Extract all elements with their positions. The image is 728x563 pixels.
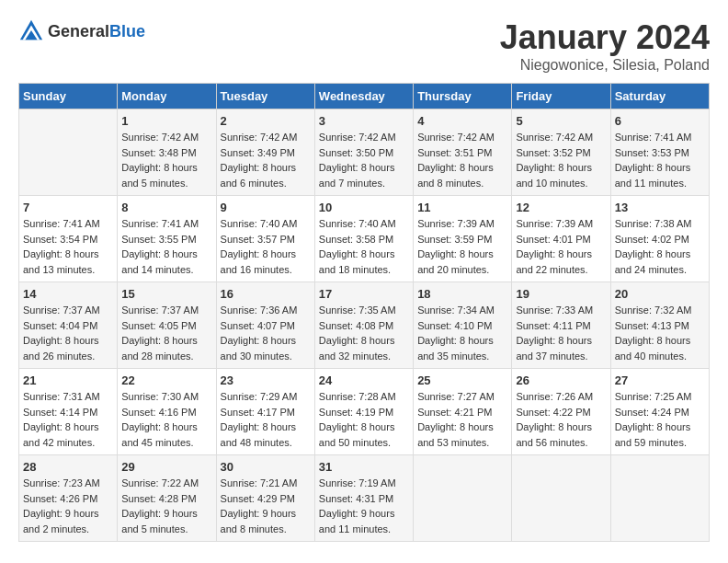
daylight-text: Daylight: 9 hours and 5 minutes. xyxy=(121,506,211,536)
day-info: Sunrise: 7:19 AMSunset: 4:31 PMDaylight:… xyxy=(319,476,409,536)
sunrise-text: Sunrise: 7:35 AM xyxy=(319,303,409,318)
day-number: 14 xyxy=(23,287,113,301)
daylight-text: Daylight: 8 hours and 20 minutes. xyxy=(417,247,507,277)
calendar-cell: 31Sunrise: 7:19 AMSunset: 4:31 PMDayligh… xyxy=(314,455,413,542)
month-title: January 2024 xyxy=(500,18,710,57)
calendar-cell: 15Sunrise: 7:37 AMSunset: 4:05 PMDayligh… xyxy=(118,282,216,369)
sunrise-text: Sunrise: 7:40 AM xyxy=(221,216,311,232)
daylight-text: Daylight: 8 hours and 6 minutes. xyxy=(221,160,311,190)
logo-blue-text: Blue xyxy=(109,22,145,40)
sunset-text: Sunset: 4:07 PM xyxy=(221,318,311,334)
sunrise-text: Sunrise: 7:42 AM xyxy=(319,130,409,145)
calendar-cell: 27Sunrise: 7:25 AMSunset: 4:24 PMDayligh… xyxy=(610,369,709,455)
page-header: GeneralBlue January 2024 Niegowonice, Si… xyxy=(18,18,710,74)
sunset-text: Sunset: 4:13 PM xyxy=(615,318,705,334)
day-info: Sunrise: 7:23 AMSunset: 4:26 PMDaylight:… xyxy=(23,476,113,536)
day-number: 18 xyxy=(417,287,507,301)
sunset-text: Sunset: 3:48 PM xyxy=(121,145,211,161)
day-info: Sunrise: 7:25 AMSunset: 4:24 PMDaylight:… xyxy=(615,389,705,450)
sunset-text: Sunset: 4:22 PM xyxy=(516,405,606,420)
sunset-text: Sunset: 4:24 PM xyxy=(615,405,705,420)
calendar-week-row: 7Sunrise: 7:41 AMSunset: 3:54 PMDaylight… xyxy=(19,196,710,282)
calendar-cell: 3Sunrise: 7:42 AMSunset: 3:50 PMDaylight… xyxy=(314,109,413,196)
day-info: Sunrise: 7:42 AMSunset: 3:49 PMDaylight:… xyxy=(221,130,311,190)
day-info: Sunrise: 7:21 AMSunset: 4:29 PMDaylight:… xyxy=(221,476,311,536)
daylight-text: Daylight: 8 hours and 53 minutes. xyxy=(417,419,507,450)
sunset-text: Sunset: 4:02 PM xyxy=(615,232,705,247)
daylight-text: Daylight: 8 hours and 5 minutes. xyxy=(121,160,211,190)
sunset-text: Sunset: 4:05 PM xyxy=(121,318,211,334)
sunrise-text: Sunrise: 7:28 AM xyxy=(319,389,409,405)
sunset-text: Sunset: 4:29 PM xyxy=(221,491,311,507)
calendar-cell xyxy=(610,455,709,542)
sunset-text: Sunset: 4:04 PM xyxy=(23,318,113,334)
day-info: Sunrise: 7:35 AMSunset: 4:08 PMDaylight:… xyxy=(319,303,409,363)
day-header-wednesday: Wednesday xyxy=(314,84,413,109)
day-info: Sunrise: 7:36 AMSunset: 4:07 PMDaylight:… xyxy=(221,303,311,363)
day-header-sunday: Sunday xyxy=(19,84,118,109)
daylight-text: Daylight: 8 hours and 28 minutes. xyxy=(121,333,211,363)
daylight-text: Daylight: 8 hours and 30 minutes. xyxy=(221,333,311,363)
calendar-cell: 6Sunrise: 7:41 AMSunset: 3:53 PMDaylight… xyxy=(610,109,709,196)
day-info: Sunrise: 7:38 AMSunset: 4:02 PMDaylight:… xyxy=(615,216,705,277)
daylight-text: Daylight: 9 hours and 2 minutes. xyxy=(23,506,113,536)
calendar-cell xyxy=(19,109,118,196)
day-number: 6 xyxy=(615,114,705,128)
sunset-text: Sunset: 4:28 PM xyxy=(121,491,211,507)
day-number: 16 xyxy=(221,287,311,301)
day-info: Sunrise: 7:26 AMSunset: 4:22 PMDaylight:… xyxy=(516,389,606,450)
sunset-text: Sunset: 4:11 PM xyxy=(516,318,606,334)
calendar-week-row: 28Sunrise: 7:23 AMSunset: 4:26 PMDayligh… xyxy=(19,455,710,542)
sunset-text: Sunset: 4:16 PM xyxy=(121,405,211,420)
day-info: Sunrise: 7:42 AMSunset: 3:50 PMDaylight:… xyxy=(319,130,409,190)
calendar-cell xyxy=(512,455,610,542)
sunrise-text: Sunrise: 7:42 AM xyxy=(516,130,606,145)
day-number: 8 xyxy=(121,201,211,214)
day-number: 17 xyxy=(319,287,409,301)
daylight-text: Daylight: 8 hours and 40 minutes. xyxy=(615,333,705,363)
day-info: Sunrise: 7:37 AMSunset: 4:05 PMDaylight:… xyxy=(121,303,211,363)
day-info: Sunrise: 7:42 AMSunset: 3:52 PMDaylight:… xyxy=(516,130,606,190)
sunrise-text: Sunrise: 7:26 AM xyxy=(516,389,606,405)
daylight-text: Daylight: 8 hours and 10 minutes. xyxy=(516,160,606,190)
sunset-text: Sunset: 4:08 PM xyxy=(319,318,409,334)
day-number: 10 xyxy=(319,201,409,214)
day-number: 26 xyxy=(516,373,606,387)
calendar-cell: 20Sunrise: 7:32 AMSunset: 4:13 PMDayligh… xyxy=(610,282,709,369)
day-number: 11 xyxy=(417,201,507,214)
calendar-cell: 21Sunrise: 7:31 AMSunset: 4:14 PMDayligh… xyxy=(19,369,118,455)
calendar-cell: 4Sunrise: 7:42 AMSunset: 3:51 PMDaylight… xyxy=(414,109,512,196)
sunrise-text: Sunrise: 7:37 AM xyxy=(23,303,113,318)
sunset-text: Sunset: 3:54 PM xyxy=(23,232,113,247)
daylight-text: Daylight: 9 hours and 11 minutes. xyxy=(319,506,409,536)
day-number: 3 xyxy=(319,114,409,128)
sunrise-text: Sunrise: 7:41 AM xyxy=(23,216,113,232)
day-number: 7 xyxy=(23,201,113,214)
title-area: January 2024 Niegowonice, Silesia, Polan… xyxy=(500,18,710,74)
day-number: 25 xyxy=(417,373,507,387)
daylight-text: Daylight: 8 hours and 50 minutes. xyxy=(319,419,409,450)
sunrise-text: Sunrise: 7:42 AM xyxy=(121,130,211,145)
calendar-week-row: 14Sunrise: 7:37 AMSunset: 4:04 PMDayligh… xyxy=(19,282,710,369)
sunrise-text: Sunrise: 7:41 AM xyxy=(121,216,211,232)
sunset-text: Sunset: 3:51 PM xyxy=(417,145,507,161)
calendar-cell: 29Sunrise: 7:22 AMSunset: 4:28 PMDayligh… xyxy=(118,455,216,542)
sunset-text: Sunset: 3:50 PM xyxy=(319,145,409,161)
day-info: Sunrise: 7:27 AMSunset: 4:21 PMDaylight:… xyxy=(417,389,507,450)
daylight-text: Daylight: 9 hours and 8 minutes. xyxy=(221,506,311,536)
day-info: Sunrise: 7:42 AMSunset: 3:48 PMDaylight:… xyxy=(121,130,211,190)
daylight-text: Daylight: 8 hours and 37 minutes. xyxy=(516,333,606,363)
day-info: Sunrise: 7:32 AMSunset: 4:13 PMDaylight:… xyxy=(615,303,705,363)
calendar-table: SundayMondayTuesdayWednesdayThursdayFrid… xyxy=(18,83,710,542)
sunrise-text: Sunrise: 7:32 AM xyxy=(615,303,705,318)
day-number: 5 xyxy=(516,114,606,128)
daylight-text: Daylight: 8 hours and 16 minutes. xyxy=(221,247,311,277)
daylight-text: Daylight: 8 hours and 24 minutes. xyxy=(615,247,705,277)
sunset-text: Sunset: 4:21 PM xyxy=(417,405,507,420)
calendar-cell: 12Sunrise: 7:39 AMSunset: 4:01 PMDayligh… xyxy=(512,196,610,282)
day-number: 28 xyxy=(23,460,113,474)
sunrise-text: Sunrise: 7:42 AM xyxy=(221,130,311,145)
day-info: Sunrise: 7:29 AMSunset: 4:17 PMDaylight:… xyxy=(221,389,311,450)
sunrise-text: Sunrise: 7:40 AM xyxy=(319,216,409,232)
day-info: Sunrise: 7:40 AMSunset: 3:58 PMDaylight:… xyxy=(319,216,409,277)
